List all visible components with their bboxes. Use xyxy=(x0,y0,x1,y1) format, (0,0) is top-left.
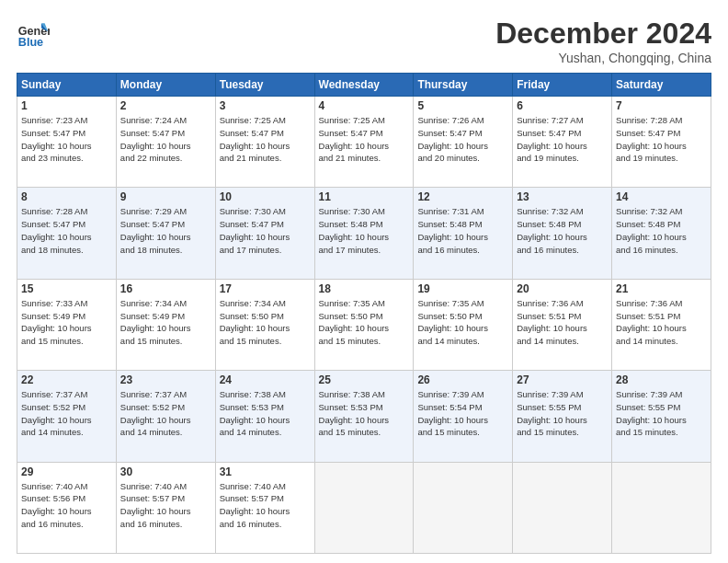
day-number: 22 xyxy=(21,373,112,386)
calendar-cell: 13Sunrise: 7:32 AMSunset: 5:48 PMDayligh… xyxy=(513,188,612,279)
day-info: Sunrise: 7:28 AMSunset: 5:47 PMDaylight:… xyxy=(21,205,112,256)
day-info: Sunrise: 7:37 AMSunset: 5:52 PMDaylight:… xyxy=(21,388,112,439)
logo: General Blue xyxy=(17,17,50,50)
weekday-header: Sunday xyxy=(17,74,117,97)
day-info: Sunrise: 7:40 AMSunset: 5:57 PMDaylight:… xyxy=(120,480,211,531)
day-info: Sunrise: 7:36 AMSunset: 5:51 PMDaylight:… xyxy=(517,297,608,348)
day-info: Sunrise: 7:30 AMSunset: 5:48 PMDaylight:… xyxy=(319,205,410,256)
day-info: Sunrise: 7:25 AMSunset: 5:47 PMDaylight:… xyxy=(220,114,311,165)
weekday-header: Wednesday xyxy=(314,74,414,97)
day-number: 19 xyxy=(417,282,508,295)
day-info: Sunrise: 7:24 AMSunset: 5:47 PMDaylight:… xyxy=(120,114,211,165)
day-info: Sunrise: 7:34 AMSunset: 5:49 PMDaylight:… xyxy=(120,297,211,348)
day-info: Sunrise: 7:34 AMSunset: 5:50 PMDaylight:… xyxy=(220,297,311,348)
day-number: 12 xyxy=(417,190,508,203)
day-info: Sunrise: 7:39 AMSunset: 5:55 PMDaylight:… xyxy=(517,388,608,439)
calendar-cell: 23Sunrise: 7:37 AMSunset: 5:52 PMDayligh… xyxy=(116,371,215,462)
calendar-cell: 24Sunrise: 7:38 AMSunset: 5:53 PMDayligh… xyxy=(215,371,314,462)
weekday-header: Friday xyxy=(513,74,612,97)
calendar-cell: 9Sunrise: 7:29 AMSunset: 5:47 PMDaylight… xyxy=(116,188,215,279)
day-number: 24 xyxy=(220,373,311,386)
day-number: 23 xyxy=(120,373,211,386)
day-info: Sunrise: 7:32 AMSunset: 5:48 PMDaylight:… xyxy=(517,205,608,256)
calendar-cell: 20Sunrise: 7:36 AMSunset: 5:51 PMDayligh… xyxy=(513,279,612,370)
day-number: 25 xyxy=(319,373,410,386)
calendar-cell: 30Sunrise: 7:40 AMSunset: 5:57 PMDayligh… xyxy=(116,462,215,553)
day-number: 21 xyxy=(616,282,707,295)
day-info: Sunrise: 7:40 AMSunset: 5:56 PMDaylight:… xyxy=(21,480,112,531)
calendar-cell: 28Sunrise: 7:39 AMSunset: 5:55 PMDayligh… xyxy=(612,371,711,462)
calendar-cell: 25Sunrise: 7:38 AMSunset: 5:53 PMDayligh… xyxy=(314,371,414,462)
calendar-cell: 11Sunrise: 7:30 AMSunset: 5:48 PMDayligh… xyxy=(314,188,414,279)
weekday-header: Saturday xyxy=(612,74,711,97)
calendar-cell: 26Sunrise: 7:39 AMSunset: 5:54 PMDayligh… xyxy=(414,371,513,462)
calendar-cell: 2Sunrise: 7:24 AMSunset: 5:47 PMDaylight… xyxy=(116,97,215,188)
day-info: Sunrise: 7:27 AMSunset: 5:47 PMDaylight:… xyxy=(517,114,608,165)
calendar-cell: 10Sunrise: 7:30 AMSunset: 5:47 PMDayligh… xyxy=(215,188,314,279)
calendar-cell: 8Sunrise: 7:28 AMSunset: 5:47 PMDaylight… xyxy=(17,188,117,279)
day-number: 17 xyxy=(220,282,311,295)
day-number: 1 xyxy=(21,99,112,112)
day-number: 14 xyxy=(616,190,707,203)
day-info: Sunrise: 7:37 AMSunset: 5:52 PMDaylight:… xyxy=(120,388,211,439)
day-info: Sunrise: 7:39 AMSunset: 5:55 PMDaylight:… xyxy=(616,388,707,439)
day-number: 18 xyxy=(319,282,410,295)
day-number: 26 xyxy=(417,373,508,386)
day-info: Sunrise: 7:40 AMSunset: 5:57 PMDaylight:… xyxy=(220,480,311,531)
day-number: 28 xyxy=(616,373,707,386)
day-number: 27 xyxy=(517,373,608,386)
day-info: Sunrise: 7:33 AMSunset: 5:49 PMDaylight:… xyxy=(21,297,112,348)
day-info: Sunrise: 7:25 AMSunset: 5:47 PMDaylight:… xyxy=(319,114,410,165)
calendar-cell: 21Sunrise: 7:36 AMSunset: 5:51 PMDayligh… xyxy=(612,279,711,370)
day-info: Sunrise: 7:23 AMSunset: 5:47 PMDaylight:… xyxy=(21,114,112,165)
calendar-cell: 31Sunrise: 7:40 AMSunset: 5:57 PMDayligh… xyxy=(215,462,314,553)
day-info: Sunrise: 7:26 AMSunset: 5:47 PMDaylight:… xyxy=(417,114,508,165)
calendar-cell: 22Sunrise: 7:37 AMSunset: 5:52 PMDayligh… xyxy=(17,371,117,462)
calendar-cell: 5Sunrise: 7:26 AMSunset: 5:47 PMDaylight… xyxy=(414,97,513,188)
day-number: 2 xyxy=(120,99,211,112)
logo-icon: General Blue xyxy=(17,17,50,50)
weekday-header: Monday xyxy=(116,74,215,97)
calendar-cell xyxy=(414,462,513,553)
day-number: 4 xyxy=(319,99,410,112)
calendar-cell: 19Sunrise: 7:35 AMSunset: 5:50 PMDayligh… xyxy=(414,279,513,370)
day-info: Sunrise: 7:35 AMSunset: 5:50 PMDaylight:… xyxy=(319,297,410,348)
day-number: 6 xyxy=(517,99,608,112)
day-info: Sunrise: 7:38 AMSunset: 5:53 PMDaylight:… xyxy=(220,388,311,439)
calendar-cell: 1Sunrise: 7:23 AMSunset: 5:47 PMDaylight… xyxy=(17,97,117,188)
day-number: 10 xyxy=(220,190,311,203)
calendar-cell: 15Sunrise: 7:33 AMSunset: 5:49 PMDayligh… xyxy=(17,279,117,370)
day-info: Sunrise: 7:36 AMSunset: 5:51 PMDaylight:… xyxy=(616,297,707,348)
day-number: 9 xyxy=(120,190,211,203)
calendar-cell: 27Sunrise: 7:39 AMSunset: 5:55 PMDayligh… xyxy=(513,371,612,462)
calendar-cell: 14Sunrise: 7:32 AMSunset: 5:48 PMDayligh… xyxy=(612,188,711,279)
calendar-cell xyxy=(612,462,711,553)
day-info: Sunrise: 7:32 AMSunset: 5:48 PMDaylight:… xyxy=(616,205,707,256)
day-number: 15 xyxy=(21,282,112,295)
day-number: 16 xyxy=(120,282,211,295)
day-number: 31 xyxy=(220,465,311,478)
day-info: Sunrise: 7:39 AMSunset: 5:54 PMDaylight:… xyxy=(417,388,508,439)
day-number: 8 xyxy=(21,190,112,203)
day-info: Sunrise: 7:30 AMSunset: 5:47 PMDaylight:… xyxy=(220,205,311,256)
day-info: Sunrise: 7:38 AMSunset: 5:53 PMDaylight:… xyxy=(319,388,410,439)
calendar-cell: 17Sunrise: 7:34 AMSunset: 5:50 PMDayligh… xyxy=(215,279,314,370)
day-info: Sunrise: 7:31 AMSunset: 5:48 PMDaylight:… xyxy=(417,205,508,256)
location: Yushan, Chongqing, China xyxy=(495,51,711,65)
calendar-cell: 29Sunrise: 7:40 AMSunset: 5:56 PMDayligh… xyxy=(17,462,117,553)
day-info: Sunrise: 7:35 AMSunset: 5:50 PMDaylight:… xyxy=(417,297,508,348)
title-block: December 2024 Yushan, Chongqing, China xyxy=(495,17,711,65)
calendar-cell xyxy=(513,462,612,553)
calendar-cell: 16Sunrise: 7:34 AMSunset: 5:49 PMDayligh… xyxy=(116,279,215,370)
calendar-cell: 4Sunrise: 7:25 AMSunset: 5:47 PMDaylight… xyxy=(314,97,414,188)
day-info: Sunrise: 7:29 AMSunset: 5:47 PMDaylight:… xyxy=(120,205,211,256)
calendar-cell: 18Sunrise: 7:35 AMSunset: 5:50 PMDayligh… xyxy=(314,279,414,370)
day-info: Sunrise: 7:28 AMSunset: 5:47 PMDaylight:… xyxy=(616,114,707,165)
calendar-cell xyxy=(314,462,414,553)
calendar-cell: 12Sunrise: 7:31 AMSunset: 5:48 PMDayligh… xyxy=(414,188,513,279)
weekday-header: Thursday xyxy=(414,74,513,97)
calendar-table: SundayMondayTuesdayWednesdayThursdayFrid… xyxy=(17,73,711,554)
day-number: 13 xyxy=(517,190,608,203)
day-number: 20 xyxy=(517,282,608,295)
day-number: 5 xyxy=(417,99,508,112)
